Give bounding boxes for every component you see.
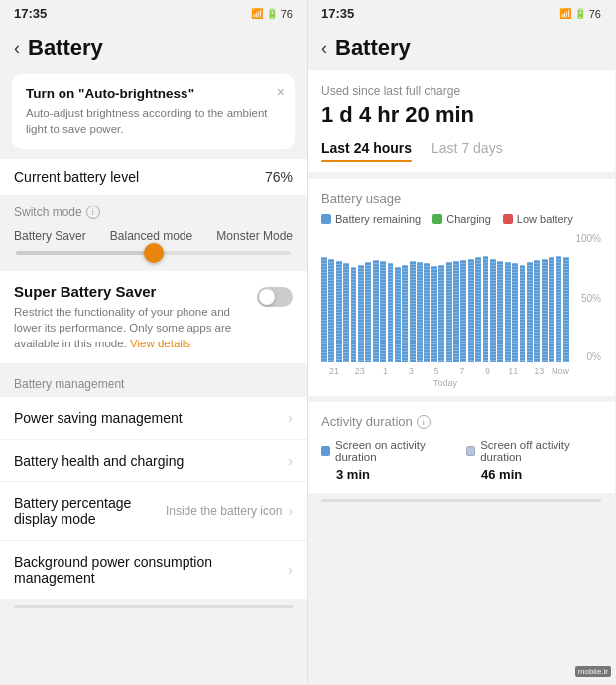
chart-bar <box>527 262 533 362</box>
chart-bar <box>336 261 342 362</box>
screen-off-value: 46 min <box>466 467 601 481</box>
toggle-knob <box>259 289 275 305</box>
x-label-5: 5 <box>424 366 449 376</box>
legend-label-low: Low battery <box>517 213 573 225</box>
switch-mode-label: Switch mode i <box>0 196 307 225</box>
slider-thumb[interactable] <box>144 243 164 263</box>
legend-dot-blue <box>321 214 331 224</box>
chart-y-labels: 100% 50% 0% <box>571 233 601 362</box>
chart-bar <box>556 256 562 362</box>
activity-info-icon[interactable]: i <box>417 415 431 429</box>
chart-bar <box>351 267 357 362</box>
screen-on-label: Screen on activity duration <box>335 439 456 463</box>
chart-bar <box>520 265 526 362</box>
left-battery-percent: 76 <box>281 8 293 20</box>
chart-bar <box>542 259 548 362</box>
legend-dot-red <box>503 214 513 224</box>
chart-bar <box>395 267 401 362</box>
legend-label-charging: Charging <box>446 213 491 225</box>
x-label-Now: Now <box>552 366 569 376</box>
chart-bar <box>321 257 327 362</box>
sbs-desc: Restrict the functionality of your phone… <box>14 304 257 351</box>
chart-bar <box>410 261 416 362</box>
battery-level-row: Current battery level 76% <box>0 159 307 195</box>
chart-bar <box>563 257 569 362</box>
screen-off-dot <box>466 446 475 456</box>
mode-slider-track[interactable] <box>16 251 291 255</box>
left-page-title: Battery <box>28 35 103 61</box>
right-status-icons: 📶 🔋 76 <box>559 8 601 20</box>
chart-bar <box>460 260 466 362</box>
switch-mode-info-icon[interactable]: i <box>86 206 100 219</box>
battery-management-menu: Power saving management › Battery health… <box>0 397 307 599</box>
chart-bar <box>453 261 459 362</box>
right-back-button[interactable]: ‹ <box>321 38 327 59</box>
x-label-7: 7 <box>449 366 475 376</box>
menu-item-percentage-mode[interactable]: Battery percentage display mode Inside t… <box>0 482 307 541</box>
left-back-button[interactable]: ‹ <box>14 38 20 59</box>
chart-area: 100% 50% 0% <box>321 233 601 362</box>
used-since-value: 1 d 4 hr 20 min <box>321 102 601 128</box>
right-page-title: Battery <box>335 35 411 61</box>
left-status-bar: 17:35 📶 🔋 76 <box>0 0 307 25</box>
chart-bar <box>497 261 503 362</box>
battery-level-value: 76% <box>265 169 293 185</box>
screen-off-header: Screen off activity duration <box>466 439 601 463</box>
tab-last-7d[interactable]: Last 7 days <box>431 140 503 162</box>
chart-bar <box>475 257 481 362</box>
mode-labels: Battery Saver Balanced mode Monster Mode <box>14 229 293 243</box>
activity-cols: Screen on activity duration 3 min Screen… <box>321 439 601 481</box>
chart-bars <box>321 233 601 362</box>
chart-bar <box>534 260 540 362</box>
chevron-icon-background: › <box>288 562 293 578</box>
menu-item-background-power[interactable]: Background power consumption management … <box>0 541 307 599</box>
tab-last-24h[interactable]: Last 24 hours <box>321 140 412 162</box>
screen-on-header: Screen on activity duration <box>321 439 456 463</box>
left-panel: 17:35 📶 🔋 76 ‹ Battery × Turn on "Auto-b… <box>0 0 308 685</box>
chart-bar <box>446 262 452 362</box>
used-since-label: Used since last full charge <box>321 84 601 98</box>
menu-label-power-saving: Power saving management <box>14 410 288 426</box>
screen-off-label: Screen off activity duration <box>480 439 601 463</box>
auto-brightness-card: × Turn on "Auto-brightness" Auto-adjust … <box>12 74 295 149</box>
sbs-view-details-link[interactable]: View details <box>130 338 190 349</box>
chart-bar <box>505 262 511 362</box>
battery-level-label: Current battery level <box>14 169 139 185</box>
mode-balanced[interactable]: Balanced mode <box>110 229 192 243</box>
chart-bar <box>549 257 554 362</box>
menu-label-health-charging: Battery health and charging <box>14 453 288 469</box>
watermark: mobile.ir <box>575 666 611 677</box>
left-header: ‹ Battery <box>0 25 307 70</box>
slider-fill <box>16 251 154 255</box>
chart-bar <box>358 265 364 362</box>
right-signal-icon: 📶 <box>559 8 571 19</box>
screen-off-col: Screen off activity duration 46 min <box>466 439 601 481</box>
right-scroll-indicator <box>321 499 601 502</box>
chart-x-labels: 2123135791113Now <box>321 366 601 376</box>
super-battery-saver-row: Super Battery Saver Restrict the functio… <box>0 271 307 363</box>
sbs-text: Super Battery Saver Restrict the functio… <box>14 283 257 351</box>
mode-battery-saver[interactable]: Battery Saver <box>14 229 86 243</box>
chart-bar <box>328 259 334 362</box>
x-label-1: 1 <box>373 366 399 376</box>
super-battery-saver-toggle[interactable] <box>257 287 293 307</box>
chevron-icon-power-saving: › <box>288 410 293 426</box>
chevron-icon-percentage: › <box>288 503 293 519</box>
auto-brightness-close[interactable]: × <box>277 84 285 100</box>
x-label-3: 3 <box>398 366 424 376</box>
menu-item-health-charging[interactable]: Battery health and charging › <box>0 440 307 482</box>
y-label-50: 50% <box>571 293 601 304</box>
mode-monster[interactable]: Monster Mode <box>216 229 293 243</box>
chart-bar <box>512 263 518 362</box>
right-battery-icon: 🔋 <box>574 8 586 19</box>
legend-charging: Charging <box>432 213 491 225</box>
chart-bar <box>365 262 371 362</box>
auto-brightness-title: Turn on "Auto-brightness" <box>26 86 281 101</box>
menu-item-power-saving[interactable]: Power saving management › <box>0 397 307 440</box>
menu-sublabel-percentage: Inside the battery icon <box>166 504 282 518</box>
chart-bar <box>468 259 474 362</box>
left-battery-icon: 🔋 <box>266 8 278 19</box>
right-battery-percent: 76 <box>589 8 601 20</box>
chart-bar <box>424 263 430 362</box>
chart-bar <box>388 263 394 362</box>
